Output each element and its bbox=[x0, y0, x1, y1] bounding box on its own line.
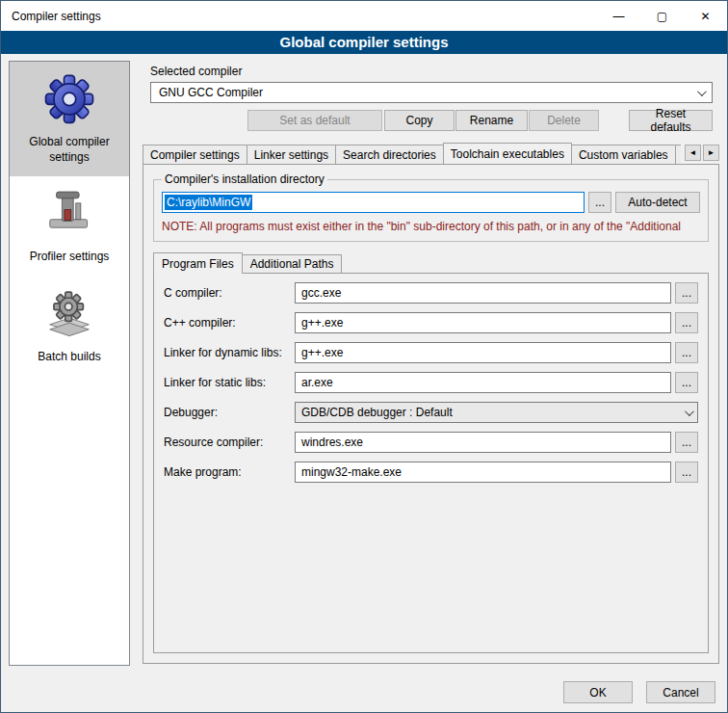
dynamic-linker-input[interactable]: g++.exe bbox=[295, 342, 671, 363]
toolchain-executables-page: Compiler's installation directory C:\ray… bbox=[143, 164, 719, 664]
c-compiler-input[interactable]: gcc.exe bbox=[295, 282, 671, 304]
chevron-down-icon bbox=[697, 87, 707, 96]
chevron-down-icon bbox=[685, 407, 694, 416]
field-label: Debugger: bbox=[164, 406, 295, 419]
copy-button[interactable]: Copy bbox=[384, 110, 455, 131]
tab-scroll-right-icon[interactable]: ► bbox=[703, 145, 719, 161]
set-as-default-button: Set as default bbox=[247, 110, 382, 131]
bin-subdirectory-note: NOTE: All programs must exist either in … bbox=[162, 220, 700, 233]
cpp-compiler-input[interactable]: g++.exe bbox=[295, 312, 671, 333]
tab-compiler-settings[interactable]: Compiler settings bbox=[143, 145, 247, 164]
profiler-tool-icon bbox=[42, 186, 96, 240]
auto-detect-button[interactable]: Auto-detect bbox=[615, 192, 700, 213]
installation-dir-selected-text: C:\raylib\MinGW bbox=[165, 195, 252, 210]
field-label: Linker for dynamic libs: bbox=[164, 346, 295, 359]
program-tabs: Program Files Additional Paths bbox=[153, 251, 709, 273]
maximize-button[interactable]: ▢ bbox=[640, 1, 684, 31]
make-program-input[interactable]: mingw32-make.exe bbox=[295, 462, 671, 483]
rename-button[interactable]: Rename bbox=[455, 110, 528, 131]
debugger-select[interactable]: GDB/CDB debugger : Default bbox=[295, 402, 698, 423]
tabs-scroller: Compiler settings Linker settings Search… bbox=[143, 142, 681, 164]
close-button[interactable]: ✕ bbox=[684, 1, 727, 31]
field-label: Linker for static libs: bbox=[164, 376, 295, 389]
program-files-page: C compiler: gcc.exe ... C++ compiler: g+… bbox=[153, 273, 709, 653]
sidebar-item-profiler-settings[interactable]: Profiler settings bbox=[10, 176, 129, 277]
field-row-debugger: Debugger: GDB/CDB debugger : Default bbox=[164, 402, 698, 423]
minimize-button[interactable]: — bbox=[597, 1, 640, 31]
field-label: Make program: bbox=[164, 465, 295, 479]
window-title: Compiler settings bbox=[1, 1, 597, 31]
installation-directory-row: C:\raylib\MinGW ... Auto-detect bbox=[162, 192, 700, 213]
field-row-cpp-compiler: C++ compiler: g++.exe ... bbox=[164, 312, 698, 333]
sidebar-item-label: Profiler settings bbox=[30, 250, 110, 265]
browse-button[interactable]: ... bbox=[675, 282, 698, 304]
tab-build-options[interactable]: Buil bbox=[675, 145, 681, 164]
compiler-select-value: GNU GCC Compiler bbox=[159, 86, 263, 99]
compiler-select[interactable]: GNU GCC Compiler bbox=[150, 82, 713, 103]
cancel-button[interactable]: Cancel bbox=[646, 681, 715, 703]
main-panel: Selected compiler GNU GCC Compiler Set a… bbox=[143, 61, 719, 664]
tab-scroll-controls: ◄ ► bbox=[685, 145, 719, 161]
browse-button[interactable]: ... bbox=[675, 462, 698, 483]
tab-scroll-left-icon[interactable]: ◄ bbox=[685, 145, 701, 161]
settings-category-list: Global compiler settings Profiler settin… bbox=[9, 61, 130, 666]
installation-dir-input[interactable]: C:\raylib\MinGW bbox=[162, 192, 585, 213]
reset-defaults-button[interactable]: Reset defaults bbox=[629, 110, 713, 131]
tab-toolchain-executables[interactable]: Toolchain executables bbox=[443, 143, 572, 164]
tab-linker-settings[interactable]: Linker settings bbox=[247, 145, 336, 164]
tab-program-files[interactable]: Program Files bbox=[153, 252, 243, 274]
settings-tabs: Compiler settings Linker settings Search… bbox=[143, 142, 719, 164]
field-row-c-compiler: C compiler: gcc.exe ... bbox=[164, 282, 698, 304]
browse-button[interactable]: ... bbox=[675, 312, 698, 333]
field-row-make-program: Make program: mingw32-make.exe ... bbox=[164, 462, 698, 483]
page-title: Global compiler settings bbox=[1, 31, 727, 54]
selected-compiler-label: Selected compiler bbox=[150, 65, 719, 78]
tab-search-directories[interactable]: Search directories bbox=[335, 145, 444, 164]
field-row-dynamic-linker: Linker for dynamic libs: g++.exe ... bbox=[164, 342, 698, 363]
browse-button[interactable]: ... bbox=[675, 432, 698, 453]
sidebar-item-label: Global compiler settings bbox=[13, 135, 125, 165]
browse-dir-button[interactable]: ... bbox=[588, 192, 611, 213]
resource-compiler-input[interactable]: windres.exe bbox=[295, 432, 671, 453]
installation-directory-title: Compiler's installation directory bbox=[162, 172, 327, 186]
dialog-footer: OK Cancel bbox=[563, 681, 715, 703]
installation-directory-group: Compiler's installation directory C:\ray… bbox=[153, 172, 709, 242]
blue-gear-icon bbox=[42, 71, 96, 125]
gray-gear-stack-icon bbox=[42, 286, 96, 340]
sidebar-item-label: Batch builds bbox=[38, 350, 100, 365]
sidebar-item-global-compiler-settings[interactable]: Global compiler settings bbox=[10, 62, 129, 176]
field-label: Resource compiler: bbox=[164, 436, 295, 449]
field-label: C++ compiler: bbox=[164, 316, 295, 330]
tab-additional-paths[interactable]: Additional Paths bbox=[242, 254, 343, 273]
compiler-actions: Set as default Copy Rename Delete Reset … bbox=[150, 110, 713, 131]
delete-button: Delete bbox=[529, 110, 599, 131]
sidebar-item-batch-builds[interactable]: Batch builds bbox=[10, 277, 129, 377]
field-label: C compiler: bbox=[164, 286, 295, 300]
dialog-body: Global compiler settings Profiler settin… bbox=[1, 54, 727, 712]
browse-button[interactable]: ... bbox=[675, 342, 698, 363]
tab-custom-variables[interactable]: Custom variables bbox=[571, 145, 676, 164]
compiler-settings-dialog: Compiler settings — ▢ ✕ Global compiler … bbox=[0, 0, 728, 713]
ok-button[interactable]: OK bbox=[563, 681, 633, 703]
debugger-select-value: GDB/CDB debugger : Default bbox=[301, 406, 453, 419]
title-bar: Compiler settings — ▢ ✕ bbox=[1, 1, 727, 31]
field-row-resource-compiler: Resource compiler: windres.exe ... bbox=[164, 432, 698, 453]
browse-button[interactable]: ... bbox=[675, 372, 698, 393]
field-row-static-linker: Linker for static libs: ar.exe ... bbox=[164, 372, 698, 393]
static-linker-input[interactable]: ar.exe bbox=[295, 372, 671, 393]
